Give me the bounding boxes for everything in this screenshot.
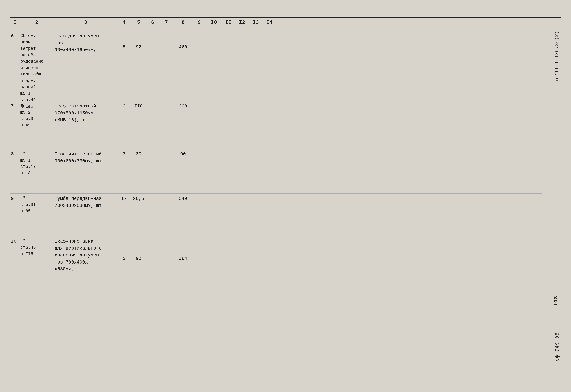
cell-row7-col5: IIO (131, 101, 146, 112)
cell-row10-col5: 92 (131, 236, 146, 264)
vertical-divider (286, 10, 286, 38)
table-row: 6. Сб.см. норм затрат на обо- рудование … (10, 32, 542, 111)
header-col-1: I (10, 19, 20, 25)
header-col-4: 4 (117, 19, 131, 25)
cell-row10-desc: Шкаф-приставка для вертикального хранени… (54, 236, 117, 275)
cell-row10-num: IO. (10, 236, 20, 247)
cell-row7-desc: Шкаф каталожный 970х500х1650мм (ММБ-16),… (54, 101, 117, 125)
cell-row8-col8: 90 (174, 149, 192, 160)
cell-row7-ref: То же №5.2. стр.35 п.45 (20, 101, 54, 130)
table-row: IO. –"– стр.46 п.II6 Шкаф-приставка для … (10, 236, 542, 277)
header-col-14: I4 (263, 19, 276, 25)
header-col-6: 6 (146, 19, 159, 25)
cell-row6-col4: 5 (117, 32, 131, 52)
header-col-10: IO (206, 19, 222, 25)
cell-row9-num: 9. (10, 193, 20, 204)
cell-row10-ref: –"– стр.46 п.II6 (20, 236, 54, 259)
table-row: 8. –"– №5.I. стр.17 п.18 Стол читательск… (10, 149, 542, 183)
header-col-12: I2 (235, 19, 249, 25)
cell-row8-col5: 30 (131, 149, 146, 160)
header-col-2: 2 (20, 19, 54, 25)
header-col-9: 9 (192, 19, 206, 25)
cell-row9-ref: –"– стр.3I п.85 (20, 193, 54, 216)
header-col-5: 5 (131, 19, 146, 25)
cell-row6-col8: 460 (174, 32, 192, 52)
header-col-13: I3 (249, 19, 263, 25)
table-row: 9. –"– стр.3I п.85 Тумба передвижная 700… (10, 193, 542, 224)
cell-row9-desc: Тумба передвижная 700х400х680мм, шт (54, 193, 117, 211)
cell-row8-ref: –"– №5.I. стр.17 п.18 (20, 149, 54, 178)
header-col-11: II (222, 19, 235, 25)
table-row: 7. То же №5.2. стр.35 п.45 Шкаф каталожн… (10, 101, 542, 135)
header-col-8: 8 (174, 19, 192, 25)
cell-row7-col4: 2 (117, 101, 131, 112)
cell-row6-num: 6. (10, 32, 20, 41)
sidebar-bottom-text: сф 749-05 (555, 332, 560, 361)
cell-row8-col4: 3 (117, 149, 131, 160)
cell-row10-col4: 2 (117, 236, 131, 264)
cell-row6-ref: Сб.см. норм затрат на обо- рудование и и… (20, 32, 54, 111)
cell-row6-col5: 92 (131, 32, 146, 52)
header-col-3: 3 (54, 19, 117, 25)
cell-row8-desc: Стол читательский 900х600х730мм, шт (54, 149, 117, 166)
header-col-7: 7 (159, 19, 174, 25)
cell-row10-col8: I84 (174, 236, 192, 264)
cell-row9-col4: I7 (117, 193, 131, 204)
cell-row9-col8: 349 (174, 193, 192, 204)
cell-row6-desc: Шкаф для докумен- тов 900х400х1650мм, шт (54, 32, 117, 61)
cell-row8-num: 8. (10, 149, 20, 160)
sidebar-top-text: тп411-1-135.86(У) (554, 31, 559, 82)
right-sidebar: тп411-1-135.86(У) -108- сф 749-05 (542, 10, 561, 382)
cell-row7-num: 7. (10, 101, 20, 112)
sidebar-mid-text: -108- (553, 292, 559, 310)
table-header: I 2 3 4 5 6 7 8 9 IO II I2 I3 I4 (10, 18, 542, 27)
cell-row7-col8: 220 (174, 101, 192, 112)
cell-row9-col5: 20,5 (131, 193, 146, 204)
